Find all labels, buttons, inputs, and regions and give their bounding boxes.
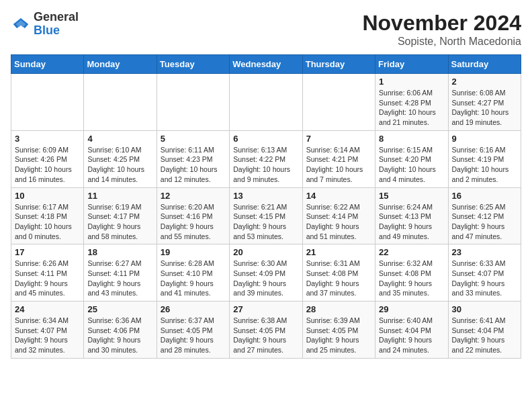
calendar-cell <box>157 74 229 131</box>
day-info: Sunrise: 6:19 AM Sunset: 4:17 PM Dayligh… <box>87 202 152 242</box>
day-number: 13 <box>233 191 298 201</box>
day-header-friday: Friday <box>375 55 448 74</box>
calendar-cell: 30Sunrise: 6:41 AM Sunset: 4:04 PM Dayli… <box>448 302 521 359</box>
calendar-cell: 27Sunrise: 6:38 AM Sunset: 4:05 PM Dayli… <box>230 302 302 359</box>
day-info: Sunrise: 6:33 AM Sunset: 4:07 PM Dayligh… <box>452 259 517 298</box>
day-info: Sunrise: 6:32 AM Sunset: 4:08 PM Dayligh… <box>379 259 444 298</box>
day-number: 18 <box>87 247 152 257</box>
day-number: 15 <box>379 191 444 201</box>
day-number: 12 <box>161 191 226 201</box>
day-number: 19 <box>161 247 226 257</box>
calendar-cell: 2Sunrise: 6:08 AM Sunset: 4:27 PM Daylig… <box>448 74 521 131</box>
day-info: Sunrise: 6:15 AM Sunset: 4:20 PM Dayligh… <box>379 145 444 185</box>
day-number: 24 <box>15 304 80 314</box>
day-info: Sunrise: 6:21 AM Sunset: 4:15 PM Dayligh… <box>233 202 298 242</box>
day-info: Sunrise: 6:26 AM Sunset: 4:11 PM Dayligh… <box>15 259 80 298</box>
day-number: 22 <box>379 247 444 257</box>
calendar-cell: 3Sunrise: 6:09 AM Sunset: 4:26 PM Daylig… <box>11 130 84 187</box>
day-info: Sunrise: 6:10 AM Sunset: 4:25 PM Dayligh… <box>87 145 152 185</box>
day-info: Sunrise: 6:31 AM Sunset: 4:08 PM Dayligh… <box>306 259 371 298</box>
day-number: 7 <box>306 134 371 144</box>
day-number: 23 <box>452 247 517 257</box>
logo: General Blue <box>11 11 79 38</box>
day-number: 8 <box>379 134 444 144</box>
calendar-week-row: 1Sunrise: 6:06 AM Sunset: 4:28 PM Daylig… <box>11 74 521 131</box>
day-info: Sunrise: 6:37 AM Sunset: 4:05 PM Dayligh… <box>161 316 226 355</box>
location-subtitle: Sopiste, North Macedonia <box>362 36 521 48</box>
day-info: Sunrise: 6:39 AM Sunset: 4:05 PM Dayligh… <box>306 316 371 355</box>
day-info: Sunrise: 6:28 AM Sunset: 4:10 PM Dayligh… <box>161 259 226 298</box>
header: General Blue November 2024 Sopiste, Nort… <box>11 11 521 48</box>
day-info: Sunrise: 6:20 AM Sunset: 4:16 PM Dayligh… <box>161 202 226 242</box>
calendar-body: 1Sunrise: 6:06 AM Sunset: 4:28 PM Daylig… <box>11 74 521 359</box>
calendar-cell <box>302 74 375 131</box>
calendar-cell: 13Sunrise: 6:21 AM Sunset: 4:15 PM Dayli… <box>230 187 302 244</box>
day-header-monday: Monday <box>84 55 157 74</box>
day-number: 25 <box>87 304 152 314</box>
calendar-cell: 17Sunrise: 6:26 AM Sunset: 4:11 PM Dayli… <box>11 244 84 302</box>
calendar-cell: 19Sunrise: 6:28 AM Sunset: 4:10 PM Dayli… <box>157 244 229 302</box>
day-number: 17 <box>15 247 80 257</box>
day-info: Sunrise: 6:13 AM Sunset: 4:22 PM Dayligh… <box>233 145 298 185</box>
day-number: 29 <box>379 304 444 314</box>
day-number: 30 <box>452 304 517 314</box>
day-info: Sunrise: 6:17 AM Sunset: 4:18 PM Dayligh… <box>15 202 80 242</box>
day-header-tuesday: Tuesday <box>157 55 229 74</box>
day-header-saturday: Saturday <box>448 55 521 74</box>
day-number: 14 <box>306 191 371 201</box>
month-year-title: November 2024 <box>362 11 521 36</box>
day-info: Sunrise: 6:27 AM Sunset: 4:11 PM Dayligh… <box>87 259 152 298</box>
day-info: Sunrise: 6:36 AM Sunset: 4:06 PM Dayligh… <box>87 316 152 355</box>
day-info: Sunrise: 6:24 AM Sunset: 4:13 PM Dayligh… <box>379 202 444 242</box>
calendar-table: SundayMondayTuesdayWednesdayThursdayFrid… <box>11 54 521 359</box>
calendar-header-row: SundayMondayTuesdayWednesdayThursdayFrid… <box>11 55 521 74</box>
calendar-cell: 18Sunrise: 6:27 AM Sunset: 4:11 PM Dayli… <box>84 244 157 302</box>
calendar-cell: 29Sunrise: 6:40 AM Sunset: 4:04 PM Dayli… <box>375 302 448 359</box>
day-number: 2 <box>452 77 517 87</box>
calendar-week-row: 17Sunrise: 6:26 AM Sunset: 4:11 PM Dayli… <box>11 244 521 302</box>
day-header-thursday: Thursday <box>302 55 375 74</box>
day-number: 27 <box>233 304 298 314</box>
calendar-week-row: 3Sunrise: 6:09 AM Sunset: 4:26 PM Daylig… <box>11 130 521 187</box>
day-info: Sunrise: 6:25 AM Sunset: 4:12 PM Dayligh… <box>452 202 517 242</box>
calendar-cell: 24Sunrise: 6:34 AM Sunset: 4:07 PM Dayli… <box>11 302 84 359</box>
day-number: 10 <box>15 191 80 201</box>
day-number: 11 <box>87 191 152 201</box>
calendar-cell: 20Sunrise: 6:30 AM Sunset: 4:09 PM Dayli… <box>230 244 302 302</box>
day-info: Sunrise: 6:22 AM Sunset: 4:14 PM Dayligh… <box>306 202 371 242</box>
calendar-cell: 1Sunrise: 6:06 AM Sunset: 4:28 PM Daylig… <box>375 74 448 131</box>
calendar-cell <box>84 74 157 131</box>
day-info: Sunrise: 6:40 AM Sunset: 4:04 PM Dayligh… <box>379 316 444 355</box>
day-number: 20 <box>233 247 298 257</box>
title-area: November 2024 Sopiste, North Macedonia <box>362 11 521 48</box>
calendar-cell: 23Sunrise: 6:33 AM Sunset: 4:07 PM Dayli… <box>448 244 521 302</box>
calendar-week-row: 24Sunrise: 6:34 AM Sunset: 4:07 PM Dayli… <box>11 302 521 359</box>
day-info: Sunrise: 6:38 AM Sunset: 4:05 PM Dayligh… <box>233 316 298 355</box>
calendar-cell: 9Sunrise: 6:16 AM Sunset: 4:19 PM Daylig… <box>448 130 521 187</box>
day-info: Sunrise: 6:16 AM Sunset: 4:19 PM Dayligh… <box>452 145 517 185</box>
calendar-cell: 16Sunrise: 6:25 AM Sunset: 4:12 PM Dayli… <box>448 187 521 244</box>
day-info: Sunrise: 6:08 AM Sunset: 4:27 PM Dayligh… <box>452 88 517 128</box>
calendar-cell: 6Sunrise: 6:13 AM Sunset: 4:22 PM Daylig… <box>230 130 302 187</box>
calendar-cell: 21Sunrise: 6:31 AM Sunset: 4:08 PM Dayli… <box>302 244 375 302</box>
calendar-cell: 28Sunrise: 6:39 AM Sunset: 4:05 PM Dayli… <box>302 302 375 359</box>
day-number: 28 <box>306 304 371 314</box>
day-info: Sunrise: 6:34 AM Sunset: 4:07 PM Dayligh… <box>15 316 80 355</box>
day-number: 4 <box>87 134 152 144</box>
day-info: Sunrise: 6:14 AM Sunset: 4:21 PM Dayligh… <box>306 145 371 185</box>
day-info: Sunrise: 6:41 AM Sunset: 4:04 PM Dayligh… <box>452 316 517 355</box>
day-number: 5 <box>161 134 226 144</box>
day-number: 21 <box>306 247 371 257</box>
calendar-cell: 10Sunrise: 6:17 AM Sunset: 4:18 PM Dayli… <box>11 187 84 244</box>
day-header-sunday: Sunday <box>11 55 84 74</box>
day-number: 9 <box>452 134 517 144</box>
day-number: 1 <box>379 77 444 87</box>
day-number: 3 <box>15 134 80 144</box>
calendar-cell: 15Sunrise: 6:24 AM Sunset: 4:13 PM Dayli… <box>375 187 448 244</box>
day-info: Sunrise: 6:09 AM Sunset: 4:26 PM Dayligh… <box>15 145 80 185</box>
calendar-cell <box>230 74 302 131</box>
calendar-cell: 7Sunrise: 6:14 AM Sunset: 4:21 PM Daylig… <box>302 130 375 187</box>
calendar-cell: 26Sunrise: 6:37 AM Sunset: 4:05 PM Dayli… <box>157 302 229 359</box>
day-header-wednesday: Wednesday <box>230 55 302 74</box>
calendar-week-row: 10Sunrise: 6:17 AM Sunset: 4:18 PM Dayli… <box>11 187 521 244</box>
